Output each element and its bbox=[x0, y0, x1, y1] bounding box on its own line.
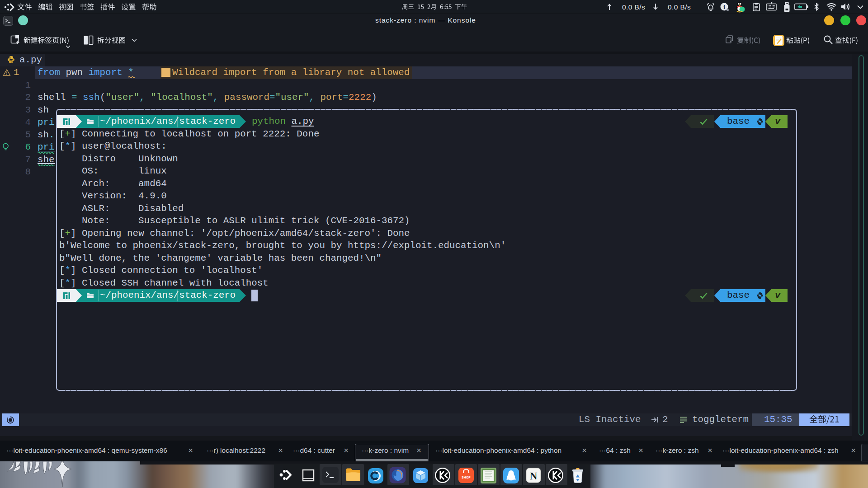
svg-text:SHOP: SHOP bbox=[462, 476, 471, 479]
svg-text:N: N bbox=[530, 470, 538, 482]
svg-text:i: i bbox=[723, 4, 725, 10]
